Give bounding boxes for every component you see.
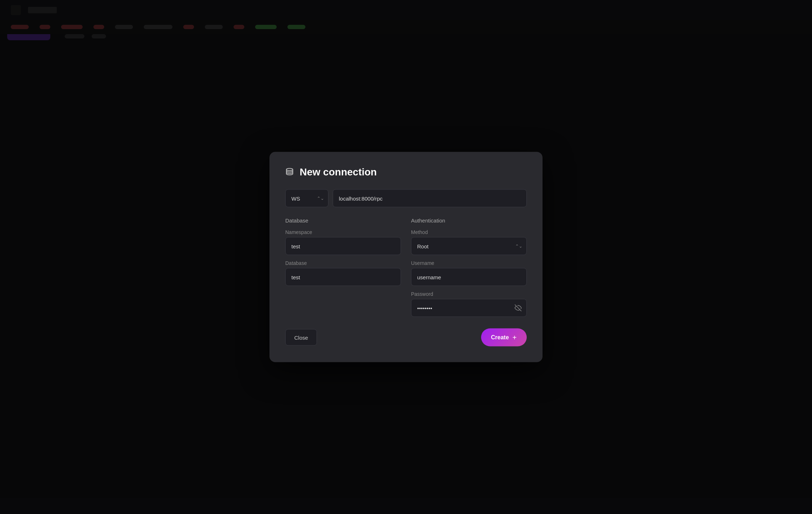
url-input[interactable] bbox=[333, 189, 527, 207]
username-input[interactable] bbox=[411, 268, 527, 286]
plus-icon: + bbox=[512, 334, 517, 341]
database-input[interactable] bbox=[285, 268, 401, 286]
namespace-input[interactable] bbox=[285, 237, 401, 255]
password-label: Password bbox=[411, 291, 527, 297]
username-label: Username bbox=[411, 260, 527, 266]
namespace-label: Namespace bbox=[285, 229, 401, 235]
database-icon bbox=[285, 168, 294, 176]
database-field: Database bbox=[285, 260, 401, 286]
svg-point-0 bbox=[286, 169, 293, 171]
database-section-title: Database bbox=[285, 217, 401, 224]
password-input[interactable] bbox=[411, 299, 527, 317]
protocol-select[interactable]: WS WSS HTTP HTTPS bbox=[285, 189, 328, 207]
two-column-section: Database Namespace Database Authenticati… bbox=[285, 217, 527, 317]
database-field-group: Namespace Database bbox=[285, 229, 401, 286]
database-section: Database Namespace Database bbox=[285, 217, 401, 317]
password-wrapper bbox=[411, 299, 527, 317]
auth-field-group: Method Root Namespace Database Scope ⌃⌄ … bbox=[411, 229, 527, 317]
close-button[interactable]: Close bbox=[285, 329, 317, 346]
password-field: Password bbox=[411, 291, 527, 317]
username-field: Username bbox=[411, 260, 527, 286]
modal-title: New connection bbox=[300, 166, 377, 178]
create-button[interactable]: Create + bbox=[481, 329, 527, 347]
authentication-section-title: Authentication bbox=[411, 217, 527, 224]
authentication-section: Authentication Method Root Namespace Dat… bbox=[411, 217, 527, 317]
database-label: Database bbox=[285, 260, 401, 266]
create-button-label: Create bbox=[491, 334, 509, 341]
method-label: Method bbox=[411, 229, 527, 235]
new-connection-modal: New connection WS WSS HTTP HTTPS ⌃⌄ Data… bbox=[269, 152, 543, 362]
namespace-field: Namespace bbox=[285, 229, 401, 255]
modal-footer: Close Create + bbox=[285, 329, 527, 347]
url-row: WS WSS HTTP HTTPS ⌃⌄ bbox=[285, 189, 527, 207]
modal-header: New connection bbox=[285, 166, 527, 178]
toggle-password-icon[interactable] bbox=[515, 304, 522, 312]
protocol-select-wrapper: WS WSS HTTP HTTPS ⌃⌄ bbox=[285, 189, 328, 207]
method-field: Method Root Namespace Database Scope ⌃⌄ bbox=[411, 229, 527, 255]
method-select[interactable]: Root Namespace Database Scope bbox=[411, 237, 527, 255]
method-select-wrapper: Root Namespace Database Scope ⌃⌄ bbox=[411, 237, 527, 255]
